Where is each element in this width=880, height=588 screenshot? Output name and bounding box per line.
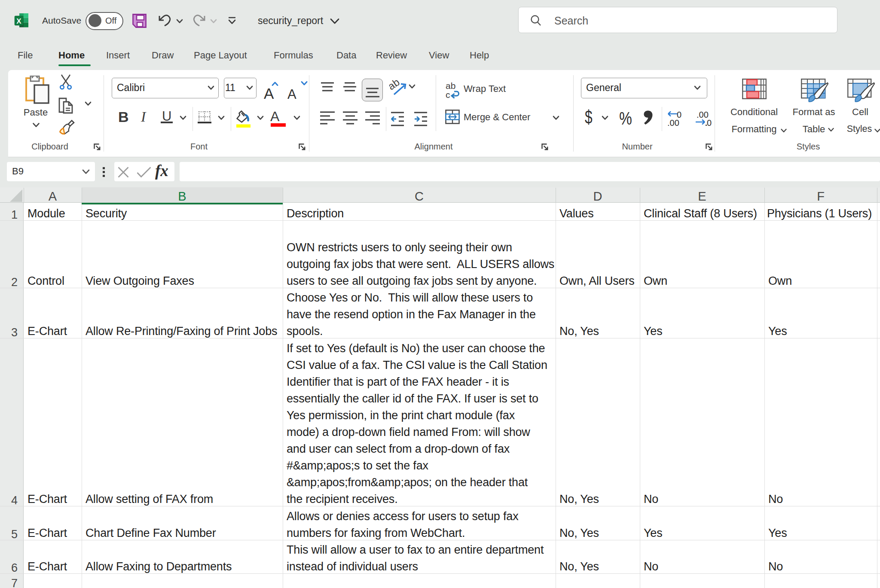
svg-text:0: 0: [707, 118, 712, 127]
svg-text:c: c: [446, 90, 450, 100]
svg-text:.00: .00: [667, 118, 679, 127]
svg-text:ab: ab: [446, 82, 455, 91]
svg-text:X: X: [16, 17, 21, 25]
